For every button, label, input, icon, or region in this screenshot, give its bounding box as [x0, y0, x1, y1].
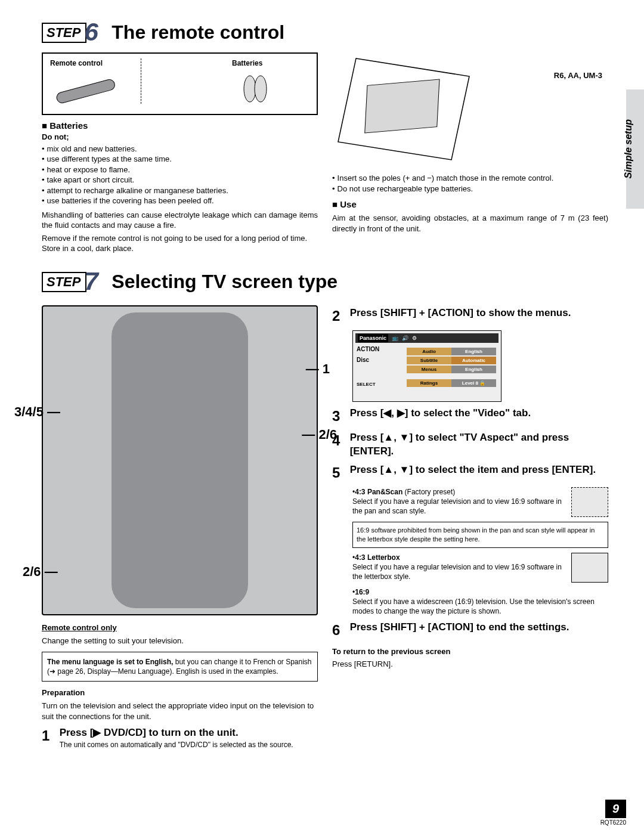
osd-action: ACTION	[357, 345, 398, 354]
batteries-heading-text: Batteries	[49, 120, 88, 131]
step6-title: The remote control	[112, 21, 284, 44]
do-not-list: mix old and new batteries. use different…	[42, 144, 318, 206]
osd-rows: AudioEnglish SubtitleAutomatic MenusEngl…	[407, 348, 496, 388]
page-footer: 9 RQT6220	[600, 800, 626, 826]
pointer-26-right-label: 2/6	[318, 427, 337, 442]
tab-icon: ⚙	[412, 335, 417, 342]
panscan-note: 16:9 software prohibited from being show…	[352, 522, 608, 548]
letterbox-preview-icon	[571, 553, 608, 583]
osd-row-value: English	[451, 348, 496, 355]
osd-row-label: Audio	[407, 348, 451, 355]
step-1-main: Press [▶ DVD/CD] to turn on the unit.	[60, 727, 239, 738]
step-2-text: Press [SHIFT] + [ACTION] to show the men…	[350, 306, 608, 320]
osd-menu-preview: Panasonic 📺 🔊 ⚙ ACTION Disc SELECT Audio…	[352, 330, 501, 402]
step-3-num: 3	[332, 407, 348, 426]
osd-ratings-value: Level 8 🔒	[451, 379, 496, 387]
step6-num: 6	[84, 18, 98, 46]
osd-row-label: Subtitle	[407, 357, 451, 364]
batteries-label: Batteries	[232, 58, 309, 68]
osd-row-ratings: RatingsLevel 8 🔒	[407, 379, 496, 387]
mishandling-note: Mishandling of batteries can cause elect…	[42, 210, 318, 231]
option-letterbox-body: Select if you have a regular television …	[352, 563, 562, 581]
osd-menu-tabs: Panasonic 📺 🔊 ⚙	[355, 333, 499, 343]
osd-brand: Panasonic	[358, 334, 388, 342]
step7-header: STEP7 Selecting TV screen type	[42, 267, 608, 296]
option-169: •16:9 Select if you have a widescreen (1…	[352, 587, 608, 617]
osd-ratings-label: Ratings	[407, 379, 451, 387]
do-not-item: use different types at the same time.	[42, 154, 318, 165]
step-1-num: 1	[42, 726, 57, 745]
insert-note: Insert so the poles (+ and −) match thos…	[332, 173, 608, 184]
svg-point-2	[255, 76, 267, 102]
side-tab-label: Simple setup	[623, 119, 634, 179]
osd-row: SubtitleAutomatic	[407, 357, 496, 364]
do-not-item: heat or expose to flame.	[42, 165, 318, 175]
do-not-item: attempt to recharge alkaline or manganes…	[42, 185, 318, 196]
osd-row-value: English	[451, 366, 496, 373]
step7-title: Selecting TV screen type	[112, 271, 338, 293]
pointer-345-label: 3/4/5	[14, 404, 44, 419]
use-heading: ■ Use	[332, 199, 608, 210]
remote-only-label: Remote control only	[42, 623, 318, 633]
svg-rect-0	[55, 79, 116, 104]
pointer-26-right: — 2/6	[302, 426, 337, 444]
step6-header: STEP6 The remote control	[42, 18, 608, 47]
step7-label: STEP	[42, 272, 86, 292]
osd-left-panel: ACTION Disc SELECT	[357, 345, 398, 388]
step6-badge: STEP6	[42, 18, 98, 47]
pointer-26-left-label: 2/6	[23, 564, 41, 579]
insert-notes: Insert so the poles (+ and −) match thos…	[332, 173, 608, 194]
pointer-1-label: 1	[323, 361, 330, 376]
remote-control-label: Remote control	[50, 58, 128, 68]
step-6-text: Press [SHIFT] + [ACTION] to end the sett…	[350, 621, 608, 634]
step-5-num: 5	[332, 463, 348, 482]
step-5-text: Press [▲, ▼] to select the item and pres…	[350, 463, 608, 477]
remote-diagram: — 1 3/4/5 — — 2/6 2/6 —	[42, 305, 318, 615]
osd-disc: Disc	[357, 356, 398, 364]
batteries-heading: ■ Batteries	[42, 120, 318, 132]
do-not-item: take apart or short circuit.	[42, 175, 318, 185]
doc-code: RQT6220	[600, 819, 626, 826]
osd-row: MenusEnglish	[407, 366, 496, 373]
recharge-note: Do not use rechargeable type batteries.	[332, 184, 608, 194]
step-3-text: Press [◀, ▶] to select the "Video" tab.	[350, 407, 608, 420]
step7-badge: STEP7	[42, 267, 98, 296]
remove-note: Remove if the remote control is not goin…	[42, 233, 318, 254]
step7-num: 7	[84, 267, 98, 295]
battery-type-label: R6, AA, UM-3	[554, 70, 602, 81]
step-2-num: 2	[332, 306, 348, 326]
option-panscan-head: 4:3 Pan&Scan	[355, 488, 402, 496]
step-6-num: 6	[332, 621, 348, 640]
panscan-preview-icon	[571, 487, 608, 517]
osd-row: AudioEnglish	[407, 348, 496, 355]
option-panscan: •4:3 Pan&Scan (Factory preset) Select if…	[352, 487, 608, 517]
do-not-label: Do not;	[42, 132, 318, 143]
tab-icon: 📺	[392, 335, 398, 342]
use-body: Aim at the sensor, avoiding obstacles, a…	[332, 213, 608, 234]
use-heading-text: Use	[340, 199, 357, 209]
return-body: Press [RETURN].	[332, 659, 608, 670]
do-not-item: use batteries if the covering has been p…	[42, 196, 318, 206]
option-169-head: 16:9	[355, 588, 369, 596]
remote-illustration	[50, 68, 122, 104]
pointer-26-left: 2/6 —	[23, 563, 58, 581]
option-169-body: Select if you have a widescreen (16:9) t…	[352, 597, 595, 615]
preparation-heading: Preparation	[42, 688, 318, 698]
osd-row-value: Automatic	[451, 357, 496, 364]
option-panscan-preset: (Factory preset)	[402, 488, 455, 496]
change-setting-text: Change the setting to suit your televisi…	[42, 636, 318, 646]
battery-compartment-illustration	[332, 52, 487, 172]
do-not-item: mix old and new batteries.	[42, 144, 318, 154]
preparation-body: Turn on the television and select the ap…	[42, 701, 318, 721]
menu-language-bold: The menu language is set to English,	[47, 658, 175, 666]
remote-batteries-box: Remote control Batteries	[42, 52, 318, 115]
osd-row-label: Menus	[407, 366, 451, 373]
step-1-text: Press [▶ DVD/CD] to turn on the unit. Th…	[60, 726, 318, 750]
option-letterbox: •4:3 Letterbox Select if you have a regu…	[352, 553, 608, 583]
return-heading: To return to the previous screen	[332, 646, 608, 657]
pointer-345: 3/4/5 —	[14, 403, 60, 421]
svg-rect-4	[365, 79, 439, 133]
svg-point-1	[244, 76, 256, 102]
step-1-sub: The unit comes on automatically and "DVD…	[60, 740, 318, 750]
menu-language-note: The menu language is set to English, but…	[42, 652, 318, 682]
